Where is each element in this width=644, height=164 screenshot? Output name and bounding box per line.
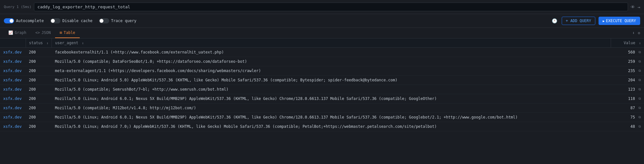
cell-value: 75⧉ — [611, 113, 644, 122]
query-input[interactable]: caddy_log_exporter_http_request_total — [34, 3, 628, 11]
table-row: xsfx.dev200meta-externalagent/1.1 (+http… — [0, 66, 644, 76]
copy-icon[interactable]: ⧉ — [639, 60, 641, 63]
table-container: status ↕ user_agent ↕ Value ↕ xsfx.dev20… — [0, 38, 644, 131]
cell-instance: xsfx.dev — [0, 57, 26, 66]
tabs-right: ⬇ ⚙ — [632, 31, 640, 35]
cell-user-agent: Mozilla/5.0 (Linux; Android 7.0;) AppleW… — [52, 122, 611, 131]
table-row: xsfx.dev200Mozilla/5.0 (Linux; Android 6… — [0, 94, 644, 103]
cell-status: 200 — [26, 94, 52, 103]
cell-status: 200 — [26, 57, 52, 66]
value-text: 235 — [614, 69, 636, 73]
value-text: 48 — [614, 124, 636, 129]
copy-icon[interactable]: ⧉ — [639, 97, 641, 101]
autocomplete-toggle-group: Autocomplete — [4, 18, 44, 23]
cell-status: 200 — [26, 76, 52, 85]
value-text: 204 — [614, 78, 636, 82]
disable-cache-toggle-group: Disable cache — [50, 18, 93, 23]
cell-status: 200 — [26, 85, 52, 94]
cell-value: 235⧉ — [611, 66, 644, 76]
options-right: 🕐 + ADD QUERY EXECUTE QUERY — [550, 17, 640, 25]
cell-user-agent: Mozilla/5.0 (compatible; MJ12bot/v1.4.8;… — [52, 103, 611, 113]
cell-user-agent: Mozilla/5.0 (compatible; DataForSeoBot/1… — [52, 57, 611, 66]
tabs-bar: 📈 Graph <> JSON ⊞ Table ⬇ ⚙ — [0, 28, 644, 38]
history-icon[interactable]: 🕐 — [550, 17, 558, 25]
graph-icon: 📈 — [8, 30, 13, 35]
download-icon[interactable]: ⬇ — [632, 31, 635, 35]
col-header-value[interactable]: Value ↕ — [611, 38, 644, 48]
copy-icon[interactable]: ⧉ — [639, 69, 641, 73]
settings-icon[interactable]: ⚙ — [638, 31, 640, 35]
tab-graph[interactable]: 📈 Graph — [4, 28, 31, 38]
table-header-row: status ↕ user_agent ↕ Value ↕ — [0, 38, 644, 48]
query-icons: 👁 ⇥ — [631, 4, 640, 10]
tab-table-label: Table — [64, 30, 75, 35]
col-header-status[interactable]: status ↕ — [26, 38, 52, 48]
cell-user-agent: facebookexternalhit/1.1 (+http://www.fac… — [52, 48, 611, 57]
disable-cache-label: Disable cache — [62, 19, 93, 23]
cell-user-agent: Mozilla/5.0 (Linux; Android 6.0.1; Nexus… — [52, 113, 611, 122]
results-table: status ↕ user_agent ↕ Value ↕ xsfx.dev20… — [0, 38, 644, 131]
disable-cache-toggle[interactable] — [50, 18, 61, 23]
col-header-instance — [0, 38, 26, 48]
table-row: xsfx.dev200Mozilla/5.0 (Linux; Android 7… — [0, 122, 644, 131]
cell-value: 204⧉ — [611, 76, 644, 85]
col-header-user-agent[interactable]: user_agent ↕ — [52, 38, 611, 48]
table-row: xsfx.dev200Mozilla/5.0 (compatible; MJ12… — [0, 103, 644, 113]
autocomplete-label: Autocomplete — [16, 19, 44, 23]
cell-value: 123⧉ — [611, 85, 644, 94]
cell-status: 200 — [26, 66, 52, 76]
tab-table[interactable]: ⊞ Table — [55, 28, 79, 38]
cell-status: 200 — [26, 113, 52, 122]
add-query-button[interactable]: + ADD QUERY — [562, 17, 595, 25]
eye-icon[interactable]: 👁 — [631, 4, 635, 10]
autocomplete-toggle[interactable] — [4, 18, 14, 23]
query-text: caddy_log_exporter_http_request_total — [37, 4, 130, 9]
table-row: xsfx.dev200Mozilla/5.0 (Linux; Android 5… — [0, 76, 644, 85]
value-text: 259 — [614, 59, 636, 64]
cell-value: 87⧉ — [611, 103, 644, 113]
table-row: xsfx.dev200facebookexternalhit/1.1 (+htt… — [0, 48, 644, 57]
tab-json[interactable]: <> JSON — [31, 28, 55, 38]
cell-instance: xsfx.dev — [0, 103, 26, 113]
cell-instance: xsfx.dev — [0, 48, 26, 57]
cell-user-agent: Mozilla/5.0 (Linux; Android 6.0.1; Nexus… — [52, 94, 611, 103]
json-icon: <> — [35, 30, 40, 35]
cell-instance: xsfx.dev — [0, 76, 26, 85]
cell-value: 48⧉ — [611, 122, 644, 131]
cell-instance: xsfx.dev — [0, 113, 26, 122]
query-bar: Query 1 (5ms) caddy_log_exporter_http_re… — [0, 0, 644, 14]
cell-instance: xsfx.dev — [0, 94, 26, 103]
copy-icon[interactable]: ⧉ — [639, 50, 641, 54]
split-icon[interactable]: ⇥ — [638, 4, 640, 10]
value-text: 123 — [614, 87, 636, 92]
copy-icon[interactable]: ⧉ — [639, 106, 641, 110]
value-text: 75 — [614, 115, 636, 119]
cell-user-agent: Mozilla/5.0 (Linux; Android 5.0) AppleWe… — [52, 76, 611, 85]
cell-instance: xsfx.dev — [0, 66, 26, 76]
tab-graph-label: Graph — [15, 30, 26, 35]
table-row: xsfx.dev200Mozilla/5.0 (compatible; Data… — [0, 57, 644, 66]
copy-icon[interactable]: ⧉ — [639, 87, 641, 91]
trace-query-toggle[interactable] — [99, 18, 109, 23]
execute-query-button[interactable]: EXECUTE QUERY — [599, 17, 640, 25]
cell-status: 200 — [26, 122, 52, 131]
cell-value: 560⧉ — [611, 48, 644, 57]
cell-status: 200 — [26, 48, 52, 57]
value-text: 118 — [614, 96, 636, 101]
cell-user-agent: Mozilla/5.0 (compatible; SemrushBot/7~bl… — [52, 85, 611, 94]
cell-instance: xsfx.dev — [0, 85, 26, 94]
tab-json-label: JSON — [42, 30, 51, 35]
value-text: 560 — [614, 50, 636, 54]
options-bar: Autocomplete Disable cache Trace query 🕐… — [0, 14, 644, 28]
copy-icon[interactable]: ⧉ — [639, 125, 641, 128]
value-text: 87 — [614, 106, 636, 110]
cell-status: 200 — [26, 103, 52, 113]
cell-instance: xsfx.dev — [0, 122, 26, 131]
trace-query-toggle-group: Trace query — [99, 18, 136, 23]
copy-icon[interactable]: ⧉ — [639, 78, 641, 82]
trace-query-label: Trace query — [111, 19, 136, 23]
copy-icon[interactable]: ⧉ — [639, 115, 641, 119]
table-row: xsfx.dev200Mozilla/5.0 (compatible; Semr… — [0, 85, 644, 94]
cell-value: 259⧉ — [611, 57, 644, 66]
table-icon: ⊞ — [60, 30, 62, 35]
